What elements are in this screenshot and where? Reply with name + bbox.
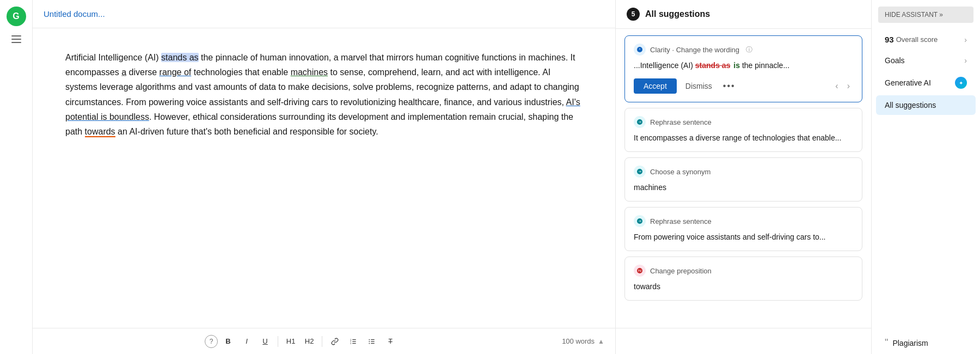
- suggestions-bottom: [616, 328, 871, 354]
- info-icon-1[interactable]: ⓘ: [746, 45, 752, 54]
- editor-paragraph: Artificial Intelligence (AI) stands as t…: [65, 50, 583, 139]
- svg-text:3: 3: [350, 342, 351, 344]
- goals-label: Goals: [885, 56, 905, 65]
- suggestion-prefix-1: ...Intelligence (AI): [634, 61, 695, 70]
- link-icon: [331, 338, 339, 345]
- suggestion-card-2[interactable]: Rephrase sentence It encompasses a diver…: [624, 108, 862, 152]
- next-arrow-1[interactable]: ›: [844, 80, 853, 92]
- nav-arrows-1: ‹ ›: [832, 80, 853, 92]
- overall-score-item[interactable]: 93 Overall score ›: [876, 29, 976, 50]
- h1-button[interactable]: H1: [283, 333, 299, 350]
- suggestion-text-5: towards: [634, 281, 853, 292]
- suggestion-preview-1: ...Intelligence (AI) stands as is the pi…: [634, 60, 853, 71]
- suggestion-text-2: It encompasses a diverse range of techno…: [634, 132, 853, 144]
- goals-chevron: ›: [964, 56, 967, 65]
- score-value: 93: [885, 35, 894, 44]
- suggestion-type-label-2: Rephrase sentence: [650, 118, 712, 126]
- logo-button[interactable]: G: [7, 7, 26, 26]
- highlighted-text: stands as: [161, 53, 198, 62]
- hide-assistant-label: HIDE ASSISTANT »: [885, 11, 943, 19]
- suggestion-card-4[interactable]: Rephrase sentence From powering voice as…: [624, 207, 862, 251]
- toolbar-divider-1: [278, 336, 278, 347]
- suggestion-type-row-2: Rephrase sentence: [634, 116, 853, 128]
- top-bar: Untitled docum...: [33, 0, 615, 28]
- word-count: 100 words: [562, 337, 595, 345]
- toolbar-divider-2: [322, 336, 322, 347]
- bold-button[interactable]: B: [220, 333, 236, 350]
- underlined-a: a: [121, 68, 126, 77]
- more-button-1[interactable]: •••: [721, 78, 738, 94]
- suggestion-type-row-1: Clarity · Change the wording ⓘ: [634, 44, 853, 56]
- preposition-icon: [636, 267, 643, 274]
- all-suggestions-item[interactable]: All suggestions: [876, 95, 976, 115]
- accept-button-1[interactable]: Accept: [634, 78, 677, 94]
- suggestion-type-label-4: Rephrase sentence: [650, 217, 712, 225]
- suggestion-icon-2: [634, 116, 646, 128]
- ordered-list-icon: 1 2 3: [350, 338, 357, 345]
- generative-ai-icon: ✦: [955, 77, 967, 89]
- hide-assistant-button[interactable]: HIDE ASSISTANT »: [878, 7, 973, 23]
- prev-arrow-1[interactable]: ‹: [832, 80, 841, 92]
- plagiarism-item[interactable]: " Plagiarism: [876, 332, 976, 354]
- suggestion-icon-3: [634, 166, 646, 178]
- suggestion-new-text-1: is: [731, 61, 740, 70]
- link-button[interactable]: [327, 333, 343, 350]
- generative-ai-label: Generative AI: [885, 78, 931, 87]
- plagiarism-label: Plagiarism: [892, 339, 928, 347]
- all-suggestions-label: All suggestions: [885, 101, 936, 109]
- unordered-list-button[interactable]: [364, 333, 380, 350]
- score-chevron: ›: [964, 35, 967, 44]
- svg-point-9: [369, 339, 370, 340]
- rephrase-icon-4: [636, 218, 643, 224]
- help-button[interactable]: ?: [205, 335, 218, 348]
- suggestion-type-label-1: Clarity · Change the wording: [650, 46, 739, 54]
- suggestion-old-text-1: stands as: [695, 61, 731, 70]
- italic-button[interactable]: I: [238, 333, 255, 350]
- suggestion-type-row-3: Choose a synonym: [634, 166, 853, 178]
- underlined-towards: towards: [85, 127, 115, 137]
- suggestion-icon-1: [634, 44, 646, 56]
- underlined-potential: AI's potential is boundless: [65, 97, 580, 121]
- suggestion-icon-4: [634, 215, 646, 227]
- ordered-list-button[interactable]: 1 2 3: [345, 333, 362, 350]
- suggestion-card-5[interactable]: Change preposition towards: [624, 257, 862, 301]
- right-panel: HIDE ASSISTANT » 93 Overall score › Goal…: [871, 0, 980, 354]
- underlined-machines: machines: [291, 68, 328, 77]
- clarity-icon: [636, 46, 643, 53]
- main-content: Untitled docum... Artificial Intelligenc…: [33, 0, 615, 354]
- dismiss-button-1[interactable]: Dismiss: [681, 78, 716, 94]
- rephrase-icon-2: [636, 119, 643, 125]
- suggestion-card-1[interactable]: Clarity · Change the wording ⓘ ...Intell…: [624, 35, 862, 102]
- goals-item[interactable]: Goals ›: [876, 51, 976, 70]
- suggestions-panel: 5 All suggestions Clarity · Change the w…: [615, 0, 871, 354]
- suggestions-list: Clarity · Change the wording ⓘ ...Intell…: [616, 29, 871, 328]
- suggestion-icon-5: [634, 265, 646, 277]
- suggestions-count-badge: 5: [627, 8, 640, 21]
- word-count-arrow: ▲: [598, 338, 604, 345]
- suggestion-card-3[interactable]: Choose a synonym machines: [624, 157, 862, 202]
- svg-point-11: [369, 343, 370, 344]
- suggestion-suffix-1: the pinnacle...: [740, 61, 789, 70]
- suggestion-text-4: From powering voice assistants and self-…: [634, 231, 853, 243]
- generative-ai-item[interactable]: Generative AI ✦: [876, 71, 976, 94]
- left-sidebar: G: [0, 0, 33, 354]
- suggestions-title: All suggestions: [645, 9, 710, 19]
- underlined-range-of: range of: [160, 68, 192, 77]
- editor-area[interactable]: Artificial Intelligence (AI) stands as t…: [33, 28, 615, 328]
- action-row-1: Accept Dismiss ••• ‹ ›: [634, 78, 853, 94]
- suggestions-header: 5 All suggestions: [616, 0, 871, 29]
- synonym-icon: [636, 168, 643, 175]
- menu-button[interactable]: [8, 30, 25, 48]
- score-label: Overall score: [896, 35, 965, 44]
- plagiarism-icon: ": [885, 337, 888, 349]
- right-menu: 93 Overall score › Goals › Generative AI…: [872, 23, 980, 121]
- clear-format-button[interactable]: T: [382, 333, 399, 350]
- doc-title[interactable]: Untitled docum...: [44, 9, 105, 19]
- unordered-list-icon: [368, 338, 376, 345]
- underline-button[interactable]: U: [257, 333, 273, 350]
- bottom-toolbar: ? B I U H1 H2 1 2 3: [33, 328, 615, 354]
- svg-point-10: [369, 341, 370, 342]
- suggestion-type-label-3: Choose a synonym: [650, 168, 710, 176]
- suggestion-type-label-5: Change preposition: [650, 267, 712, 275]
- h2-button[interactable]: H2: [301, 333, 317, 350]
